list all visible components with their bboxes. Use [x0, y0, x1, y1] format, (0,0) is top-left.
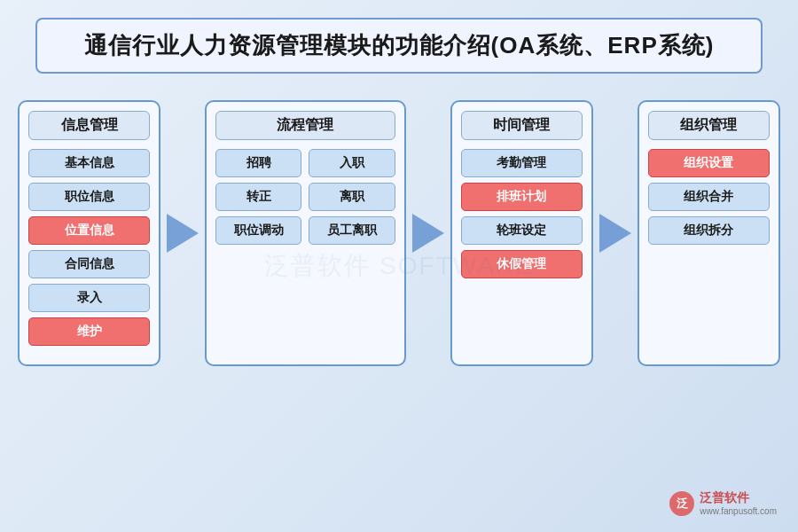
arrow-2: [406, 214, 450, 253]
list-item: 组织设置: [648, 149, 770, 177]
logo-main-text: 泛普软件: [700, 490, 777, 506]
module-items-time: 考勤管理 排班计划 轮班设定 休假管理: [461, 149, 583, 278]
list-item: 转正: [215, 183, 301, 211]
module-time: 时间管理 考勤管理 排班计划 轮班设定 休假管理: [450, 100, 593, 366]
module-process: 流程管理 招聘 转正 职位调动 入职 离职 员工离职: [205, 100, 406, 366]
module-info: 信息管理 基本信息 职位信息 位置信息 合同信息 录入 维护: [18, 100, 160, 366]
list-item: 录入: [28, 284, 150, 312]
module-items-org: 组织设置 组织合并 组织拆分: [648, 149, 770, 245]
list-item: 组织拆分: [648, 216, 770, 245]
module-header-process: 流程管理: [215, 111, 395, 140]
double-items-process: 招聘 转正 职位调动 入职 离职 员工离职: [215, 149, 395, 245]
list-item: 离职: [309, 183, 395, 211]
logo-sub-text: www.fanpusoft.com: [700, 506, 777, 516]
list-item: 位置信息: [28, 216, 150, 245]
list-item: 员工离职: [309, 216, 395, 245]
module-header-org: 组织管理: [648, 111, 770, 140]
list-item: 职位信息: [28, 183, 150, 211]
diagram-row: 信息管理 基本信息 职位信息 位置信息 合同信息 录入 维护 流程管理 招聘 转…: [18, 100, 780, 366]
list-item: 入职: [309, 149, 395, 177]
logo-area: 泛 泛普软件 www.fanpusoft.com: [669, 490, 777, 516]
process-col2: 入职 离职 员工离职: [309, 149, 395, 245]
list-item: 维护: [28, 317, 150, 346]
page-title: 通信行业人力资源管理模块的功能介绍(OA系统、ERP系统): [84, 32, 715, 59]
arrow-shape-3: [599, 214, 631, 253]
module-items-info: 基本信息 职位信息 位置信息 合同信息 录入 维护: [28, 149, 150, 346]
arrow-1: [160, 214, 205, 253]
module-org: 组织管理 组织设置 组织合并 组织拆分: [638, 100, 780, 366]
list-item: 基本信息: [28, 149, 150, 177]
logo-text-group: 泛普软件 www.fanpusoft.com: [700, 490, 777, 516]
list-item: 排班计划: [461, 183, 583, 211]
list-item: 考勤管理: [461, 149, 583, 177]
list-item: 招聘: [215, 149, 301, 177]
list-item: 职位调动: [215, 216, 301, 245]
list-item: 合同信息: [28, 250, 150, 278]
page-wrapper: 通信行业人力资源管理模块的功能介绍(OA系统、ERP系统) 信息管理 基本信息 …: [0, 0, 798, 532]
list-item: 组织合并: [648, 183, 770, 211]
module-header-info: 信息管理: [28, 111, 150, 140]
title-box: 通信行业人力资源管理模块的功能介绍(OA系统、ERP系统): [35, 18, 763, 74]
list-item: 休假管理: [461, 250, 583, 278]
list-item: 轮班设定: [461, 216, 583, 245]
process-col1: 招聘 转正 职位调动: [215, 149, 301, 245]
arrow-shape-2: [412, 214, 444, 253]
arrow-3: [593, 214, 638, 253]
module-header-time: 时间管理: [461, 111, 583, 140]
logo-icon: 泛: [669, 491, 694, 516]
arrow-shape-1: [167, 214, 199, 253]
